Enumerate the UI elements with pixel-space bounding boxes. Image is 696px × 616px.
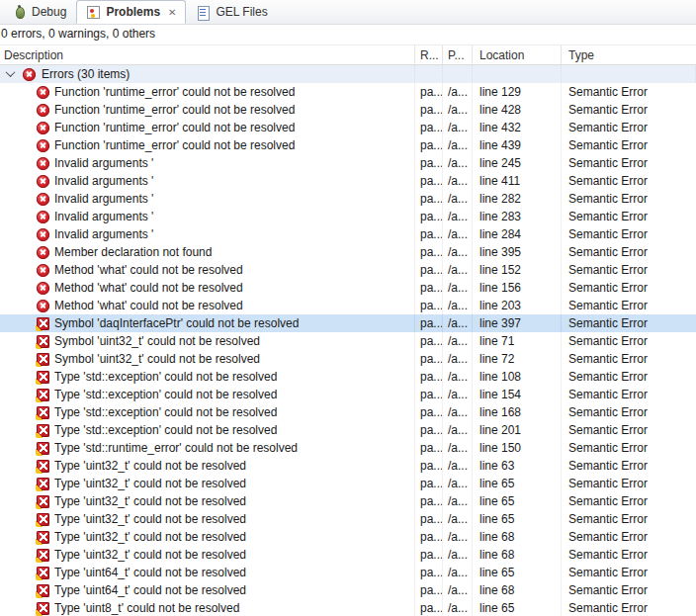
problem-location: line 201: [473, 421, 562, 439]
problem-resource: pa...: [415, 225, 443, 243]
problem-row[interactable]: Type 'uint8_t' could not be resolved pa.…: [0, 599, 696, 616]
problem-location: line 65: [473, 564, 562, 581]
semantic-error-icon: [37, 495, 49, 508]
problem-description: Symbol 'uint32_t' could not be resolved: [54, 334, 260, 348]
problem-type: Semantic Error: [562, 457, 696, 475]
semantic-error-icon: [37, 584, 49, 597]
problem-resource: pa...: [415, 261, 443, 279]
problem-row[interactable]: Symbol 'uint32_t' could not be resolved …: [0, 350, 696, 368]
problem-description: Type 'uint32_t' could not be resolved: [54, 512, 246, 526]
error-icon: [37, 264, 49, 277]
problem-description: Symbol 'uint32_t' could not be resolved: [54, 352, 260, 366]
problem-location: line 68: [473, 528, 562, 546]
problem-location: line 168: [473, 403, 562, 421]
problem-type: Semantic Error: [562, 314, 696, 332]
problem-description: Type 'uint64_t' could not be resolved: [54, 583, 246, 597]
chevron-expanded-icon[interactable]: [6, 67, 16, 77]
problem-resource: pa...: [415, 172, 443, 190]
problem-location: line 68: [473, 581, 562, 599]
problem-row[interactable]: Member declaration not found pa... /a...…: [0, 243, 696, 261]
problem-row[interactable]: Function 'runtime_error' could not be re…: [0, 83, 696, 101]
col-header-description[interactable]: Description: [0, 45, 415, 64]
problem-location: line 65: [473, 510, 562, 528]
problem-location: line 428: [473, 101, 562, 119]
problem-description: Type 'std::exception' could not be resol…: [54, 405, 277, 419]
col-header-resource[interactable]: R...: [415, 45, 443, 64]
problem-row[interactable]: Function 'runtime_error' could not be re…: [0, 136, 696, 154]
problem-path: /a...: [443, 546, 473, 564]
error-icon: [37, 157, 49, 170]
col-header-path[interactable]: P...: [443, 45, 473, 64]
problem-type: Semantic Error: [562, 528, 696, 546]
problem-type: Semantic Error: [562, 510, 696, 528]
problem-row[interactable]: Type 'uint32_t' could not be resolved pa…: [0, 546, 696, 564]
problem-row[interactable]: Symbol 'uint32_t' could not be resolved …: [0, 332, 696, 350]
problem-type: Semantic Error: [562, 386, 696, 403]
problem-location: line 154: [473, 386, 562, 403]
problem-row[interactable]: Type 'uint64_t' could not be resolved pa…: [0, 581, 696, 599]
error-icon: [37, 246, 49, 259]
problem-row[interactable]: Invalid arguments ' pa... /a... line 283…: [0, 208, 696, 225]
problem-description: Type 'uint32_t' could not be resolved: [54, 459, 246, 473]
problem-row[interactable]: Type 'uint32_t' could not be resolved pa…: [0, 475, 696, 492]
tab-problems[interactable]: Problems ✕: [76, 0, 186, 24]
problem-path: /a...: [443, 119, 473, 136]
problem-location: line 432: [473, 119, 562, 136]
problem-row[interactable]: Invalid arguments ' pa... /a... line 411…: [0, 172, 696, 190]
problem-resource: pa...: [415, 457, 443, 475]
tab-debug[interactable]: Debug: [2, 0, 76, 24]
problem-location: line 63: [473, 457, 562, 475]
problem-type: Semantic Error: [562, 475, 696, 492]
problem-row[interactable]: Type 'uint32_t' could not be resolved pa…: [0, 492, 696, 510]
problem-row[interactable]: Symbol 'daqInterfacePtr' could not be re…: [0, 314, 696, 332]
problem-row[interactable]: Invalid arguments ' pa... /a... line 245…: [0, 154, 696, 172]
error-icon: [37, 86, 49, 99]
semantic-error-icon: [37, 531, 49, 544]
problem-row[interactable]: Method 'what' could not be resolved pa..…: [0, 297, 696, 314]
problem-resource: pa...: [415, 581, 443, 599]
problem-description: Type 'uint32_t' could not be resolved: [54, 494, 246, 508]
problem-row[interactable]: Type 'uint32_t' could not be resolved pa…: [0, 510, 696, 528]
problem-resource: pa...: [415, 154, 443, 172]
problem-description: Member declaration not found: [54, 245, 212, 259]
problem-type: Semantic Error: [562, 581, 696, 599]
problem-row[interactable]: Method 'what' could not be resolved pa..…: [0, 261, 696, 279]
tab-gel-files[interactable]: GEL Files: [186, 0, 277, 24]
problem-path: /a...: [443, 190, 473, 208]
col-header-type[interactable]: Type: [562, 45, 696, 64]
error-group-row[interactable]: Errors (30 items): [0, 65, 696, 83]
semantic-error-icon: [37, 549, 49, 562]
error-icon: [37, 175, 49, 188]
col-header-location[interactable]: Location: [473, 45, 562, 64]
problem-row[interactable]: Type 'std::runtime_error' could not be r…: [0, 439, 696, 457]
problem-row[interactable]: Invalid arguments ' pa... /a... line 282…: [0, 190, 696, 208]
problem-row[interactable]: Type 'std::exception' could not be resol…: [0, 421, 696, 439]
semantic-error-icon: [37, 602, 49, 615]
summary-line: 0 errors, 0 warnings, 0 others: [0, 25, 696, 44]
problem-resource: pa...: [415, 564, 443, 581]
problem-resource: pa...: [415, 119, 443, 136]
problem-row[interactable]: Function 'runtime_error' could not be re…: [0, 101, 696, 119]
problem-row[interactable]: Type 'uint64_t' could not be resolved pa…: [0, 564, 696, 581]
error-icon: [37, 139, 49, 152]
problem-location: line 397: [473, 314, 562, 332]
problem-row[interactable]: Method 'what' could not be resolved pa..…: [0, 279, 696, 297]
problem-row[interactable]: Invalid arguments ' pa... /a... line 284…: [0, 225, 696, 243]
tab-label: Debug: [32, 5, 66, 19]
problem-row[interactable]: Type 'uint32_t' could not be resolved pa…: [0, 457, 696, 475]
problem-row[interactable]: Type 'std::exception' could not be resol…: [0, 386, 696, 403]
problem-path: /a...: [443, 136, 473, 154]
problem-row[interactable]: Type 'std::exception' could not be resol…: [0, 403, 696, 421]
problem-location: line 150: [473, 439, 562, 457]
close-icon[interactable]: ✕: [168, 7, 176, 18]
problem-row[interactable]: Function 'runtime_error' could not be re…: [0, 119, 696, 136]
gel-files-icon: [196, 5, 211, 20]
problem-type: Semantic Error: [562, 564, 696, 581]
semantic-error-icon: [37, 478, 49, 490]
problem-resource: pa...: [415, 314, 443, 332]
problem-type: Semantic Error: [562, 119, 696, 136]
problem-type: Semantic Error: [562, 261, 696, 279]
problem-row[interactable]: Type 'std::exception' could not be resol…: [0, 368, 696, 386]
problem-description: Symbol 'daqInterfacePtr' could not be re…: [54, 316, 299, 330]
problem-row[interactable]: Type 'uint32_t' could not be resolved pa…: [0, 528, 696, 546]
